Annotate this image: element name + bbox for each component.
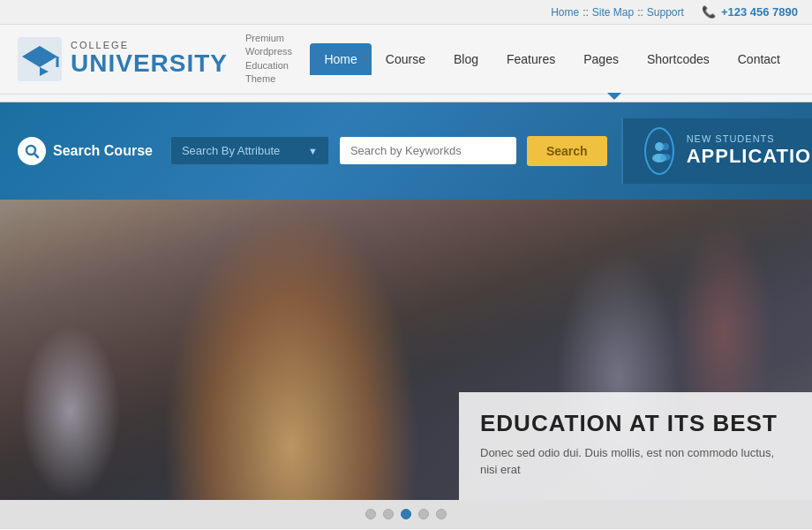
search-button[interactable]: Search — [527, 136, 607, 166]
search-course-title: Search Course — [53, 143, 153, 159]
sitemap-link[interactable]: Site Map — [592, 6, 634, 19]
dot-5[interactable] — [436, 509, 447, 519]
application-area: NEW STUDENTS APPLICATION — [621, 118, 812, 184]
nav-item-pages[interactable]: Pages — [569, 43, 633, 75]
application-text: NEW STUDENTS APPLICATION — [687, 133, 812, 169]
dot-2[interactable] — [383, 509, 394, 519]
hero-overlay: EDUCATION AT ITS BEST Donec sed odio dui… — [459, 392, 812, 500]
search-title-wrap: Search Course — [18, 137, 153, 165]
search-section: Search Course Search By Attribute ▼ Sear… — [0, 102, 812, 200]
logo-icon — [18, 37, 62, 81]
top-bar-links: Home :: Site Map :: Support — [551, 6, 684, 19]
main-nav: Home Course Blog Features Pages Shortcod… — [310, 43, 794, 75]
logo-university: UNIVERSITY — [71, 50, 228, 78]
nav-item-shortcodes[interactable]: Shortcodes — [633, 43, 724, 75]
phone-number: 📞 +123 456 7890 — [702, 5, 798, 19]
nav-item-home[interactable]: Home — [310, 43, 371, 75]
new-student-icon — [644, 127, 674, 175]
students-icon — [646, 138, 673, 164]
svg-point-9 — [660, 154, 671, 161]
carousel-dots — [0, 500, 812, 528]
new-students-label: NEW STUDENTS — [687, 133, 812, 145]
chevron-down-icon: ▼ — [308, 146, 318, 156]
nav-item-course[interactable]: Course — [372, 43, 440, 75]
logo-tagline: Premium Wordpress Education Theme — [245, 32, 310, 87]
header: COLLEGE UNIVERSITY Premium Wordpress Edu… — [0, 25, 812, 95]
nav-item-blog[interactable]: Blog — [440, 43, 492, 75]
search-keyword-input[interactable] — [340, 137, 516, 164]
nav-item-features[interactable]: Features — [492, 43, 569, 75]
support-link[interactable]: Support — [647, 6, 684, 19]
hero-section: EDUCATION AT ITS BEST Donec sed odio dui… — [0, 200, 812, 500]
search-course-area: Search Course Search By Attribute ▼ Sear… — [18, 136, 607, 166]
logo-svg — [18, 37, 62, 81]
dot-1[interactable] — [365, 509, 376, 519]
top-bar: Home :: Site Map :: Support 📞 +123 456 7… — [0, 0, 812, 25]
nav-item-contact[interactable]: Contact — [724, 43, 794, 75]
svg-line-5 — [34, 154, 38, 157]
search-icon — [24, 143, 40, 159]
dot-4[interactable] — [418, 509, 429, 519]
hero-title: EDUCATION AT ITS BEST — [480, 410, 791, 437]
logo-area: COLLEGE UNIVERSITY Premium Wordpress Edu… — [18, 32, 310, 87]
home-link[interactable]: Home — [551, 6, 579, 19]
application-label: APPLICATION — [687, 145, 812, 168]
svg-point-8 — [662, 143, 669, 150]
search-circle-icon — [18, 137, 46, 165]
nav-active-arrow — [607, 93, 621, 100]
dot-3[interactable] — [401, 509, 411, 519]
logo-text: COLLEGE UNIVERSITY — [71, 40, 228, 78]
hero-subtitle: Donec sed odio dui. Duis mollis, est non… — [480, 444, 791, 479]
search-by-attribute-dropdown[interactable]: Search By Attribute ▼ — [170, 136, 329, 165]
phone-icon: 📞 — [702, 5, 716, 19]
